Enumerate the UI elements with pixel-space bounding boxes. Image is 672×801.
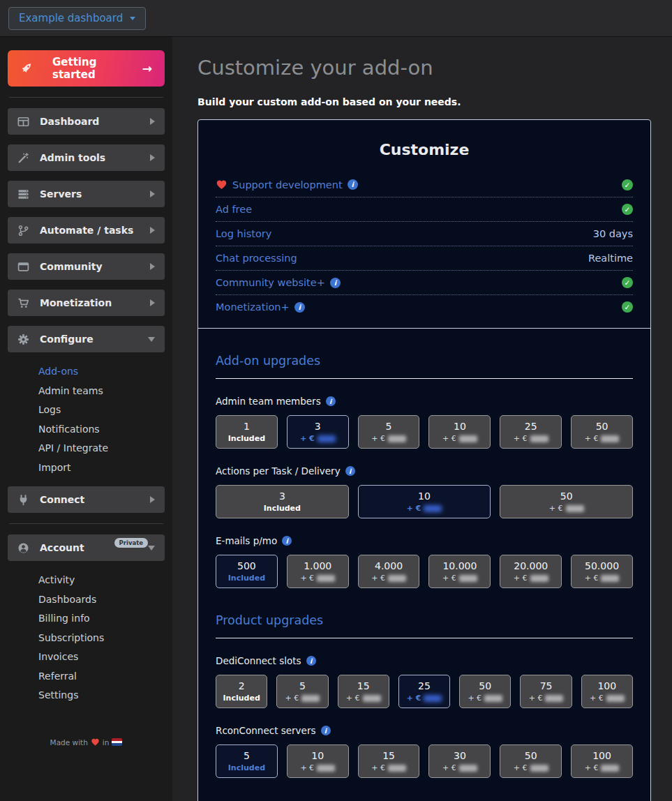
option-e-mails-p-mo-20-000[interactable]: 20.000+ € xyxy=(500,555,562,588)
group-label-text: Actions per Task / Delivery xyxy=(216,465,341,477)
footer-made-with-text: Made with xyxy=(50,738,88,747)
magic-wand-icon xyxy=(17,152,30,164)
user-icon xyxy=(17,542,30,554)
redacted-price xyxy=(530,765,548,772)
sidebar-item-account[interactable]: AccountPrivate xyxy=(8,534,165,561)
redacted-price xyxy=(545,695,563,702)
sidebar-item-connect[interactable]: Connect xyxy=(8,486,165,513)
option-e-mails-p-mo-1-000[interactable]: 1.000+ € xyxy=(287,555,349,588)
info-icon[interactable]: i xyxy=(282,536,292,546)
option-sub: + € xyxy=(285,694,320,703)
info-icon[interactable]: i xyxy=(294,302,305,313)
option-e-mails-p-mo-500[interactable]: 500Included xyxy=(216,555,278,588)
feature-label[interactable]: Ad free xyxy=(216,204,252,215)
group-label-text: RconConnect servers xyxy=(216,725,316,736)
sidebar-subitem-billing-info[interactable]: Billing info xyxy=(38,609,165,629)
sidebar-item-automate-tasks[interactable]: Automate / tasks xyxy=(8,217,165,244)
option-e-mails-p-mo-10-000[interactable]: 10.000+ € xyxy=(428,555,491,588)
sidebar-subitem-import[interactable]: Import xyxy=(38,458,165,478)
option-actions-per-task-delivery-50[interactable]: 50+ € xyxy=(500,485,633,518)
option-admin-team-members-10[interactable]: 10+ € xyxy=(428,415,491,449)
redacted-price xyxy=(388,435,406,442)
option-e-mails-p-mo-4-000[interactable]: 4.000+ € xyxy=(358,555,420,588)
sidebar-item-servers[interactable]: Servers xyxy=(8,181,165,207)
group-e-mails-p-mo: E-mails p/moi500Included1.000+ €4.000+ €… xyxy=(216,535,633,588)
sidebar-item-configure[interactable]: Configure xyxy=(8,326,165,352)
sidebar-item-dashboard[interactable]: Dashboard xyxy=(8,108,165,135)
chevron-right-icon xyxy=(150,190,155,197)
sidebar-subitem-subscriptions[interactable]: Subscriptions xyxy=(38,629,165,648)
option-value: 50.000 xyxy=(585,560,619,571)
sidebar-subitem-add-ons[interactable]: Add-ons xyxy=(38,362,165,382)
option-actions-per-task-delivery-10[interactable]: 10+ € xyxy=(358,485,491,518)
check-circle-icon: ✓ xyxy=(622,204,633,215)
sidebar-item-community[interactable]: Community xyxy=(8,253,165,280)
sidebar-item-admin-tools[interactable]: Admin tools xyxy=(8,144,165,171)
info-icon[interactable]: i xyxy=(321,726,331,735)
option-rconconnect-servers-100[interactable]: 100+ € xyxy=(571,744,633,778)
sidebar-subitem-referral[interactable]: Referral xyxy=(38,667,165,687)
option-sub-text: + € xyxy=(549,504,563,513)
option-admin-team-members-3[interactable]: 3+ € xyxy=(287,415,349,449)
sidebar-subitem-notifications[interactable]: Notifications xyxy=(38,420,165,440)
dashboard-icon xyxy=(17,116,30,128)
option-admin-team-members-1[interactable]: 1Included xyxy=(216,415,278,449)
sidebar-subitem-admin-teams[interactable]: Admin teams xyxy=(38,382,165,401)
servers-icon xyxy=(17,188,30,200)
option-dediconnect-slots-75[interactable]: 75+ € xyxy=(520,675,572,708)
option-admin-team-members-5[interactable]: 5+ € xyxy=(358,415,420,449)
option-rconconnect-servers-10[interactable]: 10+ € xyxy=(287,744,349,778)
option-dediconnect-slots-25[interactable]: 25+ € xyxy=(398,675,450,708)
info-icon[interactable]: i xyxy=(306,656,316,666)
feature-label[interactable]: Chat processing xyxy=(216,253,297,264)
page-title: Customize your add-on xyxy=(197,56,647,80)
option-rconconnect-servers-5[interactable]: 5Included xyxy=(216,744,278,778)
option-sub-text: + € xyxy=(468,694,481,703)
info-icon[interactable]: i xyxy=(326,396,336,406)
info-icon[interactable]: i xyxy=(345,466,355,476)
info-icon[interactable]: i xyxy=(330,278,341,288)
option-dediconnect-slots-15[interactable]: 15+ € xyxy=(338,675,389,708)
sidebar-subitem-api-integrate[interactable]: API / Integrate xyxy=(38,439,165,458)
option-e-mails-p-mo-50-000[interactable]: 50.000+ € xyxy=(571,555,633,588)
sidebar-subitem-settings[interactable]: Settings xyxy=(38,686,165,705)
option-rconconnect-servers-15[interactable]: 15+ € xyxy=(358,744,420,778)
feature-label[interactable]: Log history xyxy=(216,228,271,239)
getting-started-button[interactable]: Getting started → xyxy=(8,50,165,87)
option-sub-text: + € xyxy=(300,763,314,772)
redacted-price xyxy=(317,575,335,582)
sidebar-item-label: Admin tools xyxy=(40,152,150,163)
sidebar-subitem-invoices[interactable]: Invoices xyxy=(38,647,165,667)
sidebar-nav: DashboardAdmin toolsServersAutomate / ta… xyxy=(8,108,165,705)
feature-label[interactable]: Support developmenti xyxy=(216,179,358,190)
option-dediconnect-slots-2[interactable]: 2Included xyxy=(216,675,267,708)
option-admin-team-members-25[interactable]: 25+ € xyxy=(500,415,562,449)
card-sections: Add-on upgradesAdmin team membersi1Inclu… xyxy=(198,328,650,801)
sidebar-subitem-logs[interactable]: Logs xyxy=(38,400,165,420)
option-admin-team-members-50[interactable]: 50+ € xyxy=(571,415,633,449)
option-rconconnect-servers-30[interactable]: 30+ € xyxy=(428,744,491,778)
sidebar-subitem-activity[interactable]: Activity xyxy=(38,571,165,590)
info-icon[interactable]: i xyxy=(348,179,358,190)
option-rconconnect-servers-50[interactable]: 50+ € xyxy=(500,744,562,778)
option-dediconnect-slots-50[interactable]: 50+ € xyxy=(459,675,511,708)
option-actions-per-task-delivery-3[interactable]: 3Included xyxy=(216,485,349,518)
option-value: 4.000 xyxy=(375,560,403,571)
option-sub-text: + € xyxy=(514,574,528,583)
option-dediconnect-slots-5[interactable]: 5+ € xyxy=(276,675,328,708)
redacted-price xyxy=(459,765,477,772)
redacted-price xyxy=(601,765,619,772)
dashboard-selector[interactable]: Example dashboard xyxy=(8,7,146,30)
feature-label[interactable]: Monetization+i xyxy=(216,301,305,313)
feature-label[interactable]: Community website+i xyxy=(216,277,341,288)
redacted-price xyxy=(484,695,502,702)
heart-icon xyxy=(216,179,227,190)
netherlands-flag-icon xyxy=(112,738,122,746)
main-content: Customize your add-on Build your custom … xyxy=(172,36,672,801)
section-divider xyxy=(198,328,650,329)
sidebar-subitem-dashboards[interactable]: Dashboards xyxy=(38,590,165,610)
option-sub: + € xyxy=(468,694,502,703)
sidebar-children: ActivityDashboardsBilling infoSubscripti… xyxy=(8,571,165,705)
option-dediconnect-slots-100[interactable]: 100+ € xyxy=(581,675,633,708)
sidebar-item-monetization[interactable]: Monetization xyxy=(8,290,165,316)
